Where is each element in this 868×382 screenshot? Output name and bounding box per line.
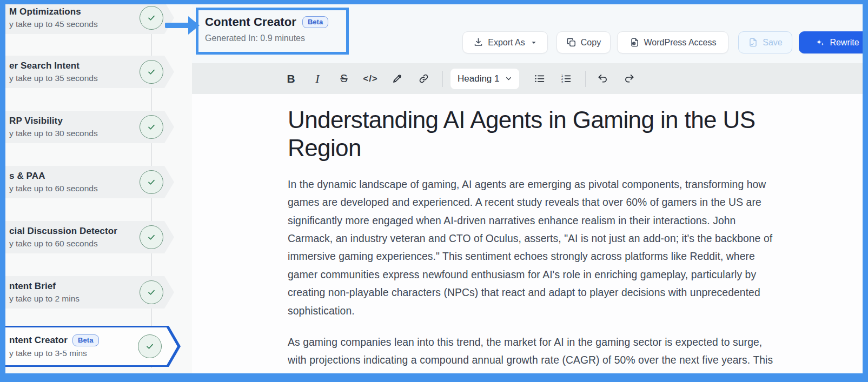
sidebar-item-search-intent[interactable]: er Search Intent y take up to 35 seconds <box>5 56 174 88</box>
save-label: Save <box>763 38 782 48</box>
workflow-sidebar: M Optimizations y take up to 45 seconds … <box>5 4 192 373</box>
wordpress-access-button[interactable]: WordPress Access <box>617 31 728 53</box>
sidebar-item-content-brief[interactable]: ntent Brief y take up to 2 mins <box>5 276 174 309</box>
strikethrough-button[interactable]: S <box>334 69 354 89</box>
save-doc-check-icon <box>748 37 758 48</box>
toolbar-divider <box>585 71 586 87</box>
chevron-down-icon <box>531 39 537 46</box>
copy-label: Copy <box>581 38 601 48</box>
sidebar-item-llm-optimizations[interactable]: M Optimizations y take up to 45 seconds <box>5 4 174 34</box>
numbered-list-icon: 123 <box>560 73 572 84</box>
download-icon <box>473 37 483 48</box>
annotation-frame-top <box>0 0 868 4</box>
annotation-arrow-tail <box>165 23 190 28</box>
selected-step-surface: ntent Creator Beta y take up to 3-5 mins <box>5 327 177 365</box>
check-circle-icon <box>140 6 163 30</box>
main-panel: Content Creator Beta Generated In: 0.9 m… <box>192 4 863 373</box>
bullet-list-icon <box>534 73 545 84</box>
page-upload-icon <box>630 37 640 48</box>
highlighter-button[interactable] <box>387 69 407 89</box>
page-title: Content Creator <box>205 15 296 29</box>
annotation-frame-left <box>0 0 5 382</box>
sidebar-item-content-creator-selected[interactable]: ntent Creator Beta y take up to 3-5 mins <box>5 326 181 367</box>
copy-icon <box>566 37 577 48</box>
article-heading: Understanding AI Agents in Gaming in the… <box>288 106 785 162</box>
redo-button[interactable] <box>620 69 639 89</box>
link-button[interactable] <box>414 69 433 89</box>
highlighter-icon <box>392 73 403 84</box>
beta-badge: Beta <box>302 16 328 29</box>
check-circle-icon <box>140 115 163 139</box>
italic-button[interactable]: I <box>308 69 327 89</box>
toolbar-divider <box>442 71 443 87</box>
export-as-button[interactable]: Export As <box>462 31 548 53</box>
numbered-list-button[interactable]: 123 <box>556 69 576 89</box>
check-circle-icon <box>138 334 162 358</box>
heading-style-value: Heading 1 <box>458 73 500 84</box>
step-title-text: ntent Creator <box>9 335 68 346</box>
wordpress-access-label: WordPress Access <box>644 38 717 48</box>
svg-text:3: 3 <box>561 80 564 84</box>
export-as-label: Export As <box>488 38 525 48</box>
check-circle-icon <box>140 280 163 304</box>
app-window: M Optimizations y take up to 45 seconds … <box>0 0 868 382</box>
editor-toolbar: B I S </> Heading 1 123 <box>192 63 863 94</box>
sparkles-icon <box>815 37 825 48</box>
check-circle-icon <box>140 170 163 194</box>
redo-icon <box>624 73 635 84</box>
rewrite-label: Rewrite <box>830 38 859 48</box>
editor-content[interactable]: Understanding AI Agents in Gaming in the… <box>192 94 863 373</box>
chevron-down-icon <box>505 75 512 82</box>
undo-icon <box>597 73 608 84</box>
annotation-frame-right <box>863 0 868 382</box>
check-circle-icon <box>140 60 163 84</box>
link-icon <box>418 73 429 84</box>
sidebar-item-serp-visibility[interactable]: RP Visibility y take up to 30 seconds <box>5 111 174 143</box>
sidebar-item-paa[interactable]: s & PAA y take up to 60 seconds <box>5 166 174 198</box>
annotation-arrow-head <box>188 16 200 35</box>
bullet-list-button[interactable] <box>530 69 549 89</box>
sidebar-item-social-discussion-detector[interactable]: cial Discussion Detector y take up to 60… <box>5 221 174 253</box>
article-paragraph: As gaming companies lean into this trend… <box>288 333 779 373</box>
annotation-highlight-box: Content Creator Beta Generated In: 0.9 m… <box>196 8 349 55</box>
check-circle-icon <box>140 225 163 249</box>
annotation-frame-bottom <box>0 373 868 382</box>
bold-button[interactable]: B <box>281 69 301 89</box>
undo-button[interactable] <box>593 69 613 89</box>
save-button[interactable]: Save <box>738 31 792 53</box>
heading-style-select[interactable]: Heading 1 <box>450 69 519 89</box>
beta-badge: Beta <box>72 334 99 347</box>
code-button[interactable]: </> <box>361 69 380 89</box>
article-paragraph: In the dynamic landscape of gaming, AI a… <box>288 176 779 320</box>
copy-button[interactable]: Copy <box>556 31 611 53</box>
rewrite-button[interactable]: Rewrite <box>799 31 863 53</box>
generated-in-label: Generated In: 0.9 minutes <box>205 33 340 43</box>
